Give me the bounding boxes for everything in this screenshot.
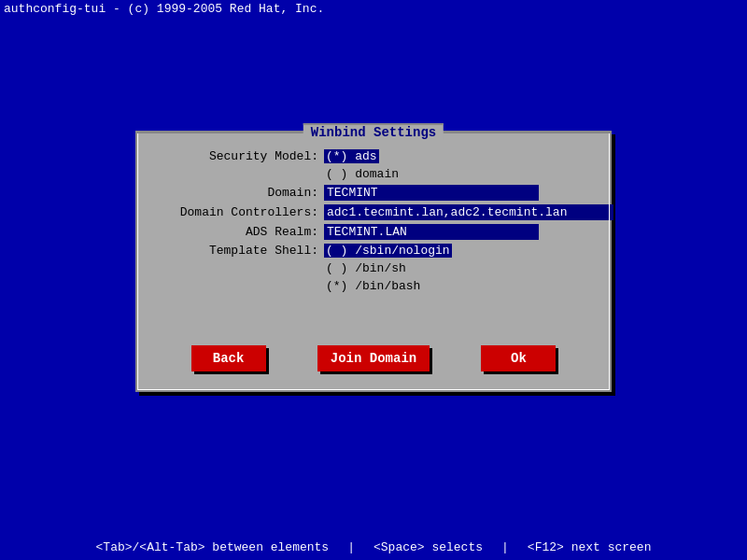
domain-controllers-input[interactable]: adc1.tecmint.lan,adc2.tecmint.lan	[324, 204, 613, 220]
security-model-row: Security Model: (*) ads	[147, 149, 600, 163]
radio-sh[interactable]: ( ) /bin/sh	[324, 261, 408, 275]
security-model-domain-row: ( ) domain	[147, 167, 600, 181]
template-shell-bash-row: (*) /bin/bash	[147, 279, 600, 293]
hint-tab: <Tab>/<Alt-Tab> between elements	[96, 540, 330, 554]
radio-nologin[interactable]: ( ) /sbin/nologin	[324, 244, 452, 258]
top-bar: authconfig-tui - (c) 1999-2005 Red Hat, …	[0, 0, 747, 17]
top-bar-label: authconfig-tui - (c) 1999-2005 Red Hat, …	[4, 2, 324, 16]
radio-domain[interactable]: ( ) domain	[324, 167, 401, 181]
template-shell-nologin-row: Template Shell: ( ) /sbin/nologin	[147, 244, 600, 258]
sep1: |	[347, 540, 355, 554]
domain-input[interactable]: TECMINT	[324, 185, 539, 201]
template-shell-label: Template Shell:	[147, 244, 324, 258]
sep2: |	[501, 540, 509, 554]
ads-realm-label: ADS Realm:	[147, 225, 324, 239]
domain-controllers-row: Domain Controllers: adc1.tecmint.lan,adc…	[147, 204, 600, 220]
button-row: Back Join Domain Ok	[137, 345, 610, 371]
ok-button[interactable]: Ok	[481, 345, 556, 371]
hint-f12: <F12> next screen	[528, 540, 652, 554]
radio-bash[interactable]: (*) /bin/bash	[324, 279, 422, 293]
radio-ads[interactable]: (*) ads	[324, 149, 379, 163]
back-button[interactable]: Back	[191, 345, 266, 371]
security-model-label: Security Model:	[147, 149, 324, 163]
dialog-title: Winbind Settings	[303, 123, 444, 140]
form-area: Security Model: (*) ads ( ) domain Domai…	[137, 133, 610, 306]
domain-controllers-label: Domain Controllers:	[147, 205, 324, 219]
domain-row: Domain: TECMINT	[147, 185, 600, 201]
join-domain-button[interactable]: Join Domain	[317, 345, 430, 371]
bottom-bar: <Tab>/<Alt-Tab> between elements | <Spac…	[0, 534, 747, 560]
hint-space: <Space> selects	[374, 540, 483, 554]
template-shell-sh-row: ( ) /bin/sh	[147, 261, 600, 275]
domain-label: Domain:	[147, 186, 324, 200]
ads-realm-row: ADS Realm: TECMINT.LAN	[147, 224, 600, 240]
ads-realm-input[interactable]: TECMINT.LAN	[324, 224, 539, 240]
dialog: Winbind Settings Security Model: (*) ads…	[135, 131, 612, 392]
